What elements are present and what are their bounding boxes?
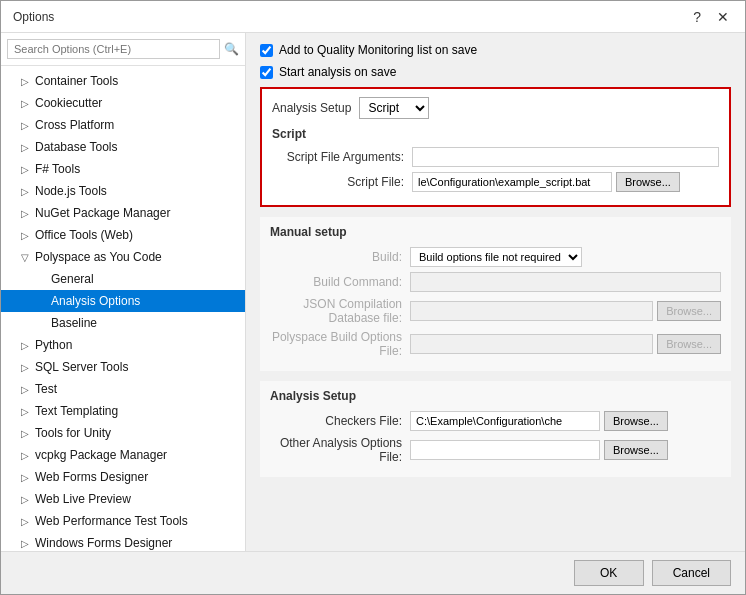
dialog-body: 🔍 ▷ Container Tools ▷ Cookiecutter ▷ Cro…	[1, 33, 745, 551]
tree-item-database-tools[interactable]: ▷ Database Tools	[1, 136, 245, 158]
add-to-quality-checkbox[interactable]	[260, 44, 273, 57]
tree-item-fsharp-tools[interactable]: ▷ F# Tools	[1, 158, 245, 180]
tree-item-nodejs-tools[interactable]: ▷ Node.js Tools	[1, 180, 245, 202]
tree-label: SQL Server Tools	[35, 360, 128, 374]
expand-icon: ▷	[21, 472, 35, 483]
build-command-row: Build Command:	[270, 272, 721, 292]
tree-item-text-templating[interactable]: ▷ Text Templating	[1, 400, 245, 422]
analysis-setup-box: Analysis Setup Script Manual Script Scri…	[260, 87, 731, 207]
tree-label: Web Performance Test Tools	[35, 514, 188, 528]
tree-label: Web Forms Designer	[35, 470, 148, 484]
tree-item-sql-server[interactable]: ▷ SQL Server Tools	[1, 356, 245, 378]
script-file-arguments-input[interactable]	[412, 147, 719, 167]
manual-setup-title: Manual setup	[270, 225, 721, 239]
other-analysis-browse-button[interactable]: Browse...	[604, 440, 668, 460]
tree-label: Tools for Unity	[35, 426, 111, 440]
tree-label: Polyspace as You Code	[35, 250, 162, 264]
ok-button[interactable]: OK	[574, 560, 644, 586]
json-db-browse-button[interactable]: Browse...	[657, 301, 721, 321]
checkers-file-row: Checkers File: Browse...	[270, 411, 721, 431]
checkbox-row-quality: Add to Quality Monitoring list on save	[260, 43, 731, 57]
start-analysis-checkbox[interactable]	[260, 66, 273, 79]
footer: OK Cancel	[1, 551, 745, 594]
expand-icon: ▽	[21, 252, 35, 263]
tree-item-office-tools[interactable]: ▷ Office Tools (Web)	[1, 224, 245, 246]
expand-icon: ▷	[21, 208, 35, 219]
tree-label: Test	[35, 382, 57, 396]
tree-label: Baseline	[51, 316, 97, 330]
title-bar: Options ? ✕	[1, 1, 745, 33]
tree-label: Text Templating	[35, 404, 118, 418]
other-analysis-input[interactable]	[410, 440, 600, 460]
analysis-setup-section2: Analysis Setup Checkers File: Browse... …	[260, 381, 731, 477]
expand-icon: ▷	[21, 98, 35, 109]
tree-label: Cookiecutter	[35, 96, 102, 110]
search-input[interactable]	[7, 39, 220, 59]
polyspace-build-label: Polyspace Build Options File:	[270, 330, 410, 358]
cancel-button[interactable]: Cancel	[652, 560, 731, 586]
expand-icon: ▷	[21, 340, 35, 351]
expand-icon: ▷	[21, 406, 35, 417]
tree-item-web-live-preview[interactable]: ▷ Web Live Preview	[1, 488, 245, 510]
build-command-label: Build Command:	[270, 275, 410, 289]
setup-dropdown[interactable]: Script Manual	[359, 97, 429, 119]
add-to-quality-label[interactable]: Add to Quality Monitoring list on save	[279, 43, 477, 57]
close-button[interactable]: ✕	[713, 10, 733, 24]
tree-label: Node.js Tools	[35, 184, 107, 198]
script-file-arguments-row: Script File Arguments:	[272, 147, 719, 167]
tree-item-python[interactable]: ▷ Python	[1, 334, 245, 356]
options-dialog: Options ? ✕ 🔍 ▷ Container Tools ▷ Cookie…	[0, 0, 746, 595]
checkers-file-input[interactable]	[410, 411, 600, 431]
tree-item-analysis-options[interactable]: Analysis Options	[1, 290, 245, 312]
help-button[interactable]: ?	[689, 10, 705, 24]
setup-header-label: Analysis Setup	[272, 101, 351, 115]
script-file-browse-button[interactable]: Browse...	[616, 172, 680, 192]
tree-item-nuget[interactable]: ▷ NuGet Package Manager	[1, 202, 245, 224]
tree-label: Analysis Options	[51, 294, 140, 308]
tree-item-tools-for-unity[interactable]: ▷ Tools for Unity	[1, 422, 245, 444]
script-file-label: Script File:	[272, 175, 412, 189]
tree-item-web-performance-test[interactable]: ▷ Web Performance Test Tools	[1, 510, 245, 532]
build-label: Build:	[270, 250, 410, 264]
script-file-arguments-label: Script File Arguments:	[272, 150, 412, 164]
tree-item-web-forms-designer[interactable]: ▷ Web Forms Designer	[1, 466, 245, 488]
tree-item-general[interactable]: General	[1, 268, 245, 290]
expand-icon: ▷	[21, 538, 35, 549]
script-file-row: Script File: Browse...	[272, 172, 719, 192]
expand-icon: ▷	[21, 230, 35, 241]
expand-icon: ▷	[21, 384, 35, 395]
tree-item-test[interactable]: ▷ Test	[1, 378, 245, 400]
tree-label: Windows Forms Designer	[35, 536, 172, 550]
tree-item-polyspace[interactable]: ▽ Polyspace as You Code	[1, 246, 245, 268]
script-file-input[interactable]	[412, 172, 612, 192]
build-row: Build: Build options file not required	[270, 247, 721, 267]
checkers-file-browse-button[interactable]: Browse...	[604, 411, 668, 431]
json-db-row: JSON Compilation Database file: Browse..…	[270, 297, 721, 325]
expand-icon: ▷	[21, 76, 35, 87]
setup-header: Analysis Setup Script Manual	[272, 97, 719, 119]
left-panel: 🔍 ▷ Container Tools ▷ Cookiecutter ▷ Cro…	[1, 33, 246, 551]
tree-label: NuGet Package Manager	[35, 206, 170, 220]
build-command-input[interactable]	[410, 272, 721, 292]
tree-item-cookiecutter[interactable]: ▷ Cookiecutter	[1, 92, 245, 114]
tree-item-windows-forms-designer[interactable]: ▷ Windows Forms Designer	[1, 532, 245, 551]
tree-item-vcpkg[interactable]: ▷ vcpkg Package Manager	[1, 444, 245, 466]
checkers-file-label: Checkers File:	[270, 414, 410, 428]
tree-item-baseline[interactable]: Baseline	[1, 312, 245, 334]
tree-label: Web Live Preview	[35, 492, 131, 506]
build-dropdown[interactable]: Build options file not required	[410, 247, 582, 267]
tree-item-container-tools[interactable]: ▷ Container Tools	[1, 70, 245, 92]
other-analysis-row: Other Analysis Options File: Browse...	[270, 436, 721, 464]
json-db-input[interactable]	[410, 301, 653, 321]
tree-panel: ▷ Container Tools ▷ Cookiecutter ▷ Cross…	[1, 66, 245, 551]
tree-item-cross-platform[interactable]: ▷ Cross Platform	[1, 114, 245, 136]
search-icon: 🔍	[224, 42, 239, 56]
tree-label: Database Tools	[35, 140, 118, 154]
expand-icon: ▷	[21, 516, 35, 527]
search-container: 🔍	[1, 33, 245, 66]
analysis-setup2-title: Analysis Setup	[270, 389, 721, 403]
polyspace-build-input[interactable]	[410, 334, 653, 354]
polyspace-build-browse-button[interactable]: Browse...	[657, 334, 721, 354]
polyspace-build-row: Polyspace Build Options File: Browse...	[270, 330, 721, 358]
start-analysis-label[interactable]: Start analysis on save	[279, 65, 396, 79]
